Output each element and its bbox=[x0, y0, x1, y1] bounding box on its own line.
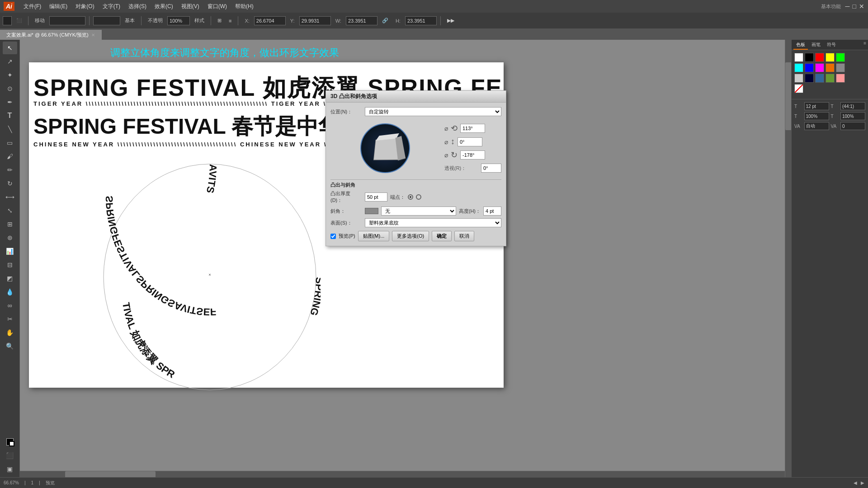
scale-tool[interactable]: ⤡ bbox=[3, 204, 17, 217]
more-btn[interactable]: ▶▶ bbox=[444, 17, 457, 24]
menu-window[interactable]: 窗口(W) bbox=[204, 2, 231, 11]
free-transform-tool[interactable]: ⊞ bbox=[3, 218, 17, 230]
swatch-red[interactable] bbox=[815, 53, 824, 62]
x-input[interactable] bbox=[254, 16, 286, 25]
menu-file[interactable]: 文件(F) bbox=[20, 2, 45, 11]
menu-edit[interactable]: 编辑(E) bbox=[46, 2, 71, 11]
hscroll-thumb[interactable] bbox=[65, 471, 156, 478]
screen-mode-tool[interactable]: ▣ bbox=[3, 463, 17, 475]
perspective-input[interactable] bbox=[481, 164, 501, 173]
menu-help[interactable]: 帮助(H) bbox=[231, 2, 257, 11]
swatch-yellow[interactable] bbox=[826, 53, 835, 62]
tracking-input[interactable] bbox=[840, 122, 865, 130]
basic-input[interactable] bbox=[93, 16, 120, 25]
selection-tool[interactable]: ↖ bbox=[3, 42, 17, 54]
minimize-btn[interactable]: ─ bbox=[845, 3, 850, 10]
magic-wand-tool[interactable]: ✦ bbox=[3, 69, 17, 81]
swatch-black[interactable] bbox=[805, 53, 814, 62]
ok-button[interactable]: 确定 bbox=[432, 231, 452, 241]
fill-color[interactable] bbox=[3, 16, 12, 25]
nav-next[interactable]: ▶ bbox=[861, 480, 864, 485]
swatch-darkblue[interactable] bbox=[805, 74, 814, 83]
line-tool[interactable]: ╲ bbox=[3, 123, 17, 136]
lasso-tool[interactable]: ⊙ bbox=[3, 82, 17, 95]
fill-stroke-tool[interactable] bbox=[3, 436, 17, 448]
swatch-cyan[interactable] bbox=[794, 63, 803, 72]
link-btn[interactable]: 🔗 bbox=[379, 17, 391, 24]
bevel-select[interactable]: 无 bbox=[381, 206, 456, 216]
angle1-input[interactable] bbox=[460, 124, 485, 133]
menu-effect[interactable]: 效果(C) bbox=[151, 2, 177, 11]
swatch-lightgray[interactable] bbox=[794, 74, 803, 83]
cap-radio-2[interactable] bbox=[416, 194, 421, 200]
dialog-title[interactable]: 3D 凸出和斜角选项 bbox=[326, 91, 506, 103]
y-input[interactable] bbox=[299, 16, 331, 25]
rotation-widget[interactable] bbox=[360, 123, 410, 173]
swatch-gray[interactable] bbox=[836, 63, 845, 72]
maximize-btn[interactable]: □ bbox=[853, 3, 856, 10]
eyedropper-tool[interactable]: 💧 bbox=[3, 286, 17, 298]
cancel-button[interactable]: 联消 bbox=[454, 231, 474, 241]
w-input[interactable] bbox=[346, 16, 377, 25]
swatch-none[interactable] bbox=[794, 84, 803, 93]
swatch-magenta[interactable] bbox=[815, 63, 824, 72]
hand-tool[interactable]: ✋ bbox=[3, 326, 17, 339]
surface-select[interactable]: 塑料效果底纹 bbox=[365, 218, 501, 227]
transform-btn[interactable]: ⊞ bbox=[215, 17, 224, 24]
symbol-sprayer-tool[interactable]: ⊛ bbox=[3, 231, 17, 244]
vscale-input[interactable] bbox=[840, 112, 865, 120]
gradient-tool[interactable]: ◩ bbox=[3, 272, 17, 285]
more-options-button[interactable]: 更多选项(O) bbox=[392, 231, 429, 241]
tab-close-btn[interactable]: ✕ bbox=[91, 33, 95, 38]
swatch-blue[interactable] bbox=[805, 63, 814, 72]
height-input[interactable] bbox=[483, 206, 501, 216]
angle3-input[interactable] bbox=[460, 150, 485, 160]
direct-select-tool[interactable]: ↗ bbox=[3, 55, 17, 68]
pencil-tool[interactable]: ✏ bbox=[3, 164, 17, 176]
position-select[interactable]: 自定旋转 bbox=[365, 107, 501, 116]
menu-text[interactable]: 文字(T) bbox=[99, 2, 124, 11]
font-size-input[interactable] bbox=[804, 102, 829, 110]
move-input[interactable] bbox=[49, 16, 85, 25]
nav-prev[interactable]: ◀ bbox=[854, 480, 857, 485]
swatch-white[interactable] bbox=[794, 53, 803, 62]
lead-input[interactable] bbox=[840, 102, 865, 110]
align-btn[interactable]: ≡ bbox=[226, 17, 234, 24]
type-tool[interactable]: T bbox=[3, 109, 17, 122]
close-btn[interactable]: ✕ bbox=[859, 3, 864, 10]
swatch-green[interactable] bbox=[836, 53, 845, 62]
menu-select[interactable]: 选择(S) bbox=[125, 2, 150, 11]
zoom-tool[interactable]: 🔍 bbox=[3, 340, 17, 352]
swatch-teal[interactable] bbox=[815, 74, 824, 83]
hscale-input[interactable] bbox=[804, 112, 829, 120]
vertical-scrollbar[interactable] bbox=[785, 40, 791, 477]
map-button[interactable]: 贴图(M)... bbox=[358, 231, 390, 241]
panel-menu-btn[interactable]: ≡ bbox=[863, 41, 866, 50]
h-input[interactable] bbox=[405, 16, 437, 25]
scissors-tool[interactable]: ✂ bbox=[3, 313, 17, 325]
drawing-mode-tool[interactable]: ⬛ bbox=[3, 449, 17, 462]
rect-tool[interactable]: ▭ bbox=[3, 136, 17, 149]
rotate-tool[interactable]: ↻ bbox=[3, 177, 17, 190]
blend-tool[interactable]: ∞ bbox=[3, 299, 17, 312]
swatch-olive[interactable] bbox=[826, 74, 835, 83]
reflect-tool[interactable]: ⟷ bbox=[3, 191, 17, 203]
move-tool-label[interactable]: 移动 bbox=[32, 16, 47, 25]
swatch-pink[interactable] bbox=[836, 74, 845, 83]
stroke-toggle[interactable]: ⬛ bbox=[14, 17, 24, 24]
horizontal-scrollbar[interactable] bbox=[20, 471, 791, 477]
rpanel-tab-brushes[interactable]: 画笔 bbox=[809, 41, 823, 50]
paintbrush-tool[interactable]: 🖌 bbox=[3, 150, 17, 163]
preview-checkbox[interactable] bbox=[330, 234, 336, 239]
pen-tool[interactable]: ✒ bbox=[3, 96, 17, 108]
vscroll-thumb[interactable] bbox=[785, 62, 792, 130]
rpanel-tab-symbols[interactable]: 符号 bbox=[824, 41, 839, 50]
menu-object[interactable]: 对象(O) bbox=[72, 2, 98, 11]
angle2-input[interactable] bbox=[458, 137, 482, 146]
cap-radio-1[interactable] bbox=[408, 194, 413, 200]
swatch-orange[interactable] bbox=[826, 63, 835, 72]
active-tab[interactable]: 文案效果.ai* @ 66.67% (CMYK/预览) ✕ bbox=[0, 30, 102, 40]
kerning-input[interactable] bbox=[804, 122, 829, 130]
mesh-tool[interactable]: ⊟ bbox=[3, 258, 17, 271]
menu-view[interactable]: 视图(V) bbox=[178, 2, 203, 11]
